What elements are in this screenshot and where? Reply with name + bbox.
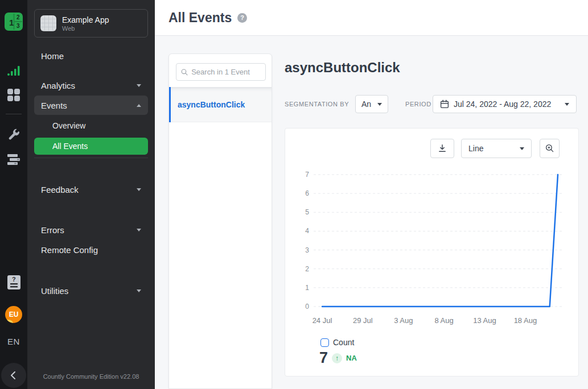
svg-text:4: 4: [305, 227, 309, 235]
calendar-icon: [440, 100, 449, 109]
icon-rail: 1 2 3: [0, 0, 27, 389]
app-name: Example App: [62, 15, 109, 25]
chevron-down-icon: [377, 103, 382, 106]
svg-text:1: 1: [305, 284, 309, 292]
chart-legend[interactable]: Count: [320, 338, 354, 347]
svg-text:13 Aug: 13 Aug: [473, 316, 496, 325]
search-input[interactable]: [191, 68, 261, 76]
line-chart-svg[interactable]: 0123456724 Jul29 Jul3 Aug8 Aug13 Aug18 A…: [285, 129, 579, 333]
svg-text:3 Aug: 3 Aug: [394, 316, 413, 325]
app-switcher[interactable]: Example App Web: [34, 9, 148, 38]
svg-text:3: 3: [305, 246, 309, 254]
chevron-up-icon: [137, 104, 141, 107]
period-label: PERIOD: [405, 95, 431, 113]
help-icon[interactable]: ?: [237, 13, 247, 23]
svg-text:0: 0: [305, 303, 309, 311]
event-list-item[interactable]: asyncButtonClick: [169, 87, 272, 122]
svg-text:29 Jul: 29 Jul: [353, 316, 373, 325]
chevron-down-icon: [137, 229, 141, 231]
legend-checkbox-count[interactable]: [320, 338, 329, 347]
sidebar-item-overview[interactable]: Overview: [34, 117, 148, 135]
main-content: All Events ? asyncButtonClick asyncButto…: [155, 0, 588, 389]
page-title: All Events: [168, 10, 232, 26]
chevron-down-icon: [565, 103, 569, 106]
app-icon: [40, 15, 56, 31]
countly-logo-icon[interactable]: 1 2 3: [0, 12, 27, 31]
trend-up-icon: ↑: [332, 353, 342, 363]
svg-text:2: 2: [305, 265, 309, 273]
language-selector[interactable]: EN: [0, 337, 27, 346]
svg-text:?: ?: [12, 276, 16, 283]
total-count-value: 7: [319, 349, 328, 367]
sidebar-collapse-button[interactable]: [1, 363, 26, 388]
svg-text:18 Aug: 18 Aug: [514, 316, 537, 325]
app-platform: Web: [62, 25, 109, 32]
svg-text:5: 5: [305, 208, 309, 216]
wrench-icon[interactable]: [0, 127, 27, 141]
sidebar-item-utilities[interactable]: Utilities: [34, 282, 148, 300]
events-list-panel: asyncButtonClick: [168, 53, 272, 389]
sidebar-item-events[interactable]: Events: [34, 96, 148, 115]
user-avatar[interactable]: EU: [0, 306, 27, 323]
version-label: Countly Community Edition v22.08: [27, 373, 155, 380]
legend-label: Count: [333, 338, 354, 347]
event-search[interactable]: [176, 63, 266, 81]
sidebar-item-feedback[interactable]: Feedback: [34, 180, 148, 198]
countly-app: 1 2 3: [0, 0, 588, 389]
svg-text:6: 6: [305, 189, 309, 197]
event-detail-title: asyncButtonClick: [285, 60, 400, 76]
analytics-icon[interactable]: [0, 64, 27, 77]
trend-change-value: NA: [346, 354, 357, 362]
sidebar-item-all-events[interactable]: All Events: [34, 138, 148, 155]
rail-divider: [6, 114, 22, 114]
period-dropdown[interactable]: Jul 24, 2022 - Aug 22, 2022: [433, 95, 577, 113]
svg-text:8 Aug: 8 Aug: [435, 316, 454, 325]
chevron-down-icon: [137, 84, 141, 87]
svg-text:24 Jul: 24 Jul: [312, 316, 332, 325]
segmentation-dropdown[interactable]: An: [355, 95, 388, 113]
sidebar: Example App Web Home Analytics Events Ov…: [27, 0, 155, 389]
svg-text:1: 1: [9, 18, 14, 27]
chevron-left-icon: [9, 371, 18, 380]
sidebar-item-analytics[interactable]: Analytics: [34, 76, 148, 94]
apps-grid-icon[interactable]: [0, 88, 27, 102]
page-header: All Events ?: [155, 0, 588, 36]
chevron-down-icon: [137, 188, 141, 191]
search-icon: [181, 68, 188, 76]
segmentation-label: SEGMENTATION BY: [285, 95, 349, 113]
sidebar-item-errors[interactable]: Errors: [34, 221, 148, 239]
avatar-initials: EU: [9, 311, 19, 318]
sidebar-divider: [34, 158, 148, 158]
series-total: 7 ↑ NA: [319, 349, 357, 367]
svg-text:3: 3: [17, 23, 20, 29]
chart-card: Line 0123456724 Jul29 Jul3 Aug8 Aug13 Au…: [285, 128, 579, 376]
svg-text:2: 2: [17, 14, 20, 20]
svg-text:7: 7: [305, 171, 309, 179]
chevron-down-icon: [137, 289, 141, 292]
data-manager-icon[interactable]: [0, 153, 27, 167]
docs-help-icon[interactable]: ?: [0, 275, 27, 290]
sidebar-item-remote-config[interactable]: Remote Config: [34, 241, 148, 259]
sidebar-item-home[interactable]: Home: [34, 47, 148, 65]
